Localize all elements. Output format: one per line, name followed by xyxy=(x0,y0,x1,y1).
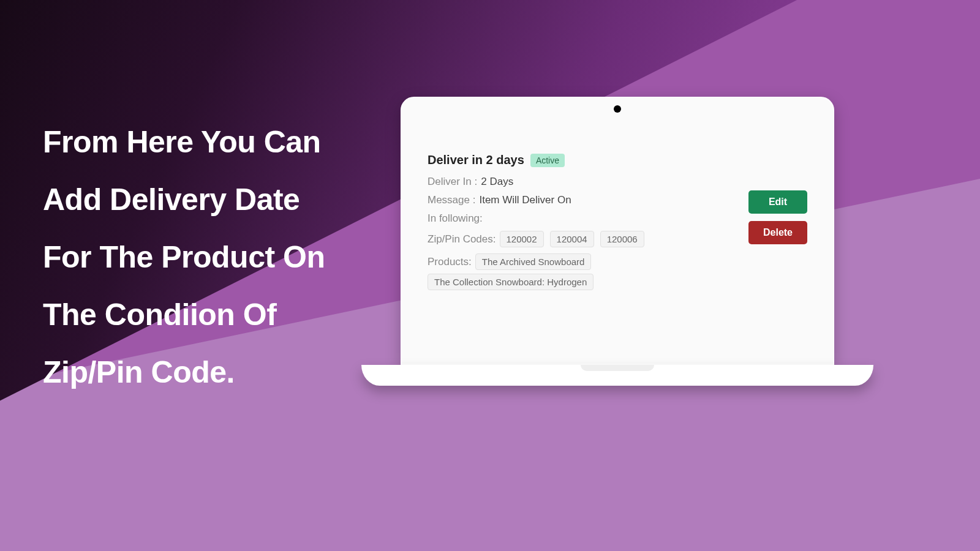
zip-chip: 120002 xyxy=(500,231,544,247)
page-background: From Here You CanAdd Delivery DateFor Th… xyxy=(0,0,980,551)
message-row: Message : Item Will Deliver On xyxy=(428,194,748,206)
product-chip: The Archived Snowboard xyxy=(475,253,592,270)
product-chip: The Collection Snowboard: Hydrogen xyxy=(428,274,594,290)
zip-label: Zip/Pin Codes: xyxy=(428,233,496,246)
delete-button[interactable]: Delete xyxy=(748,221,807,244)
deliver-in-value: 2 Days xyxy=(481,176,513,188)
laptop-screen: Deliver in 2 days Active Deliver In : 2 … xyxy=(401,97,834,365)
products-row: Products: The Archived Snowboard The Col… xyxy=(428,253,748,290)
zip-codes-row: Zip/Pin Codes: 120002 120004 120006 xyxy=(428,231,748,247)
delivery-card: Deliver in 2 days Active Deliver In : 2 … xyxy=(428,153,807,296)
card-title: Deliver in 2 days xyxy=(428,153,524,167)
in-following-label: In following: xyxy=(428,212,483,225)
laptop-base xyxy=(361,365,873,386)
deliver-in-row: Deliver In : 2 Days xyxy=(428,176,748,188)
products-label: Products: xyxy=(428,256,472,268)
camera-icon xyxy=(614,105,621,113)
message-value: Item Will Deliver On xyxy=(479,194,571,206)
message-label: Message : xyxy=(428,194,475,206)
zip-chip: 120004 xyxy=(550,231,594,247)
status-badge: Active xyxy=(530,154,565,167)
marketing-headline: From Here You CanAdd Delivery DateFor Th… xyxy=(43,113,325,401)
zip-chip: 120006 xyxy=(600,231,644,247)
deliver-in-label: Deliver In : xyxy=(428,176,477,188)
laptop-mockup: Deliver in 2 days Active Deliver In : 2 … xyxy=(389,97,846,386)
in-following-row: In following: xyxy=(428,212,748,225)
edit-button[interactable]: Edit xyxy=(748,190,807,214)
